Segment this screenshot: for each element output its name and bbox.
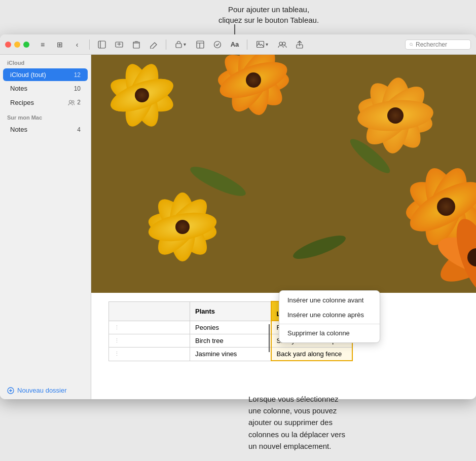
annotation-top: Pour ajouter un tableau, cliquez sur le … [172,0,365,25]
sidebar-item-notes[interactable]: Notes 10 [3,82,88,95]
sidebar-item-label: Recipes [10,99,67,106]
svg-point-51 [437,198,455,216]
sidebar-item-count: 4 [77,126,81,133]
context-menu-item-insert-after[interactable]: Insérer une colonne après [279,308,380,322]
svg-point-12 [282,42,285,45]
list-view-button[interactable]: ≡ [35,38,50,51]
flower-photo [91,55,476,293]
svg-point-8 [214,41,221,48]
column-header-plants[interactable]: Plants [190,301,271,321]
table-row: ⋮ Jasmine vines Back yard along fence [109,348,352,361]
sidebar-item-count: 12 [74,71,81,79]
lock-button[interactable]: ▾ [171,38,190,51]
row-handle[interactable]: ⋮ [109,334,190,348]
shared-icon [67,98,75,106]
share-button[interactable] [292,38,307,51]
edit-button[interactable] [147,38,161,51]
new-folder-label: Nouveau dossier [17,387,67,394]
new-folder-button[interactable]: Nouveau dossier [0,381,91,399]
svg-rect-9 [257,42,264,48]
callout-line-bottom [269,324,270,352]
svg-line-15 [412,45,413,46]
svg-point-17 [72,100,74,102]
svg-rect-0 [98,41,105,48]
share-sheet-button[interactable] [112,38,126,51]
fullscreen-button[interactable] [23,42,29,48]
media-button[interactable]: ▾ [252,38,272,51]
sidebar-item-mac-notes[interactable]: Notes 4 [3,123,88,136]
sidebar: iCloud iCloud (tout) 12 Notes 10 Recipes… [0,55,91,399]
row-handle[interactable]: ⋮ [109,348,190,361]
sidebar-item-recipes[interactable]: Recipes 2 [3,96,88,109]
row-handle[interactable]: ⋮ [109,321,190,334]
note-content-area: Plants • • • Location [91,55,476,399]
sidebar-item-label: Notes [10,126,77,133]
context-menu-separator [279,324,380,324]
collaborate-button[interactable] [275,38,289,51]
sidebar-panel-button[interactable] [95,38,109,51]
checklist-button[interactable] [210,38,225,51]
svg-point-14 [410,43,413,46]
close-button[interactable] [5,42,11,48]
sidebar-item-label: iCloud (tout) [10,71,74,79]
icloud-section-label: iCloud [0,55,91,68]
titlebar: ≡ ⊞ ‹ ▾ Aa [0,34,476,55]
traffic-lights [5,42,29,48]
svg-point-16 [69,100,71,103]
svg-rect-5 [197,41,204,48]
column-context-menu: Insérer une colonne avant Insérer une co… [279,290,380,343]
toolbar-separator-1 [89,40,90,50]
svg-point-33 [246,72,261,88]
sidebar-item-count: 10 [74,85,81,92]
plus-icon [7,387,14,394]
table-button[interactable] [193,38,207,51]
annotation-bottom: Lorsque vous sélectionnez une colonne, v… [248,393,461,452]
toolbar-separator-2 [166,40,166,50]
cell-plant-2[interactable]: Birch tree [190,334,271,348]
svg-rect-4 [176,44,181,48]
row-handle-header [109,301,190,321]
format-button[interactable]: Aa [228,38,242,51]
search-box[interactable] [405,40,471,50]
context-menu-item-insert-before[interactable]: Insérer une colonne avant [279,293,380,308]
search-icon [410,42,413,48]
cell-plant-3[interactable]: Jasmine vines [190,348,271,361]
minimize-button[interactable] [14,42,20,48]
mac-section-label: Sur mon Mac [0,109,91,123]
grid-view-button[interactable]: ⊞ [53,38,67,51]
sidebar-item-count: 2 [77,99,81,106]
back-button[interactable]: ‹ [70,38,84,51]
search-input[interactable] [416,41,466,48]
svg-point-27 [135,88,149,102]
svg-point-45 [175,220,190,234]
context-menu-item-delete[interactable]: Supprimer la colonne [279,326,380,340]
sidebar-item-label: Notes [10,85,74,92]
app-window: ≡ ⊞ ‹ ▾ Aa [0,34,476,399]
toolbar-separator-3 [247,40,247,50]
main-content: iCloud iCloud (tout) 12 Notes 10 Recipes… [0,55,476,399]
svg-point-39 [387,107,404,124]
delete-button[interactable] [129,38,143,51]
sidebar-item-icloud-all[interactable]: iCloud (tout) 12 [3,68,88,81]
cell-location-3[interactable]: Back yard along fence [271,348,352,361]
table-container: Plants • • • Location [91,293,476,369]
cell-plant-1[interactable]: Peonies [190,321,271,334]
svg-point-11 [279,42,282,45]
